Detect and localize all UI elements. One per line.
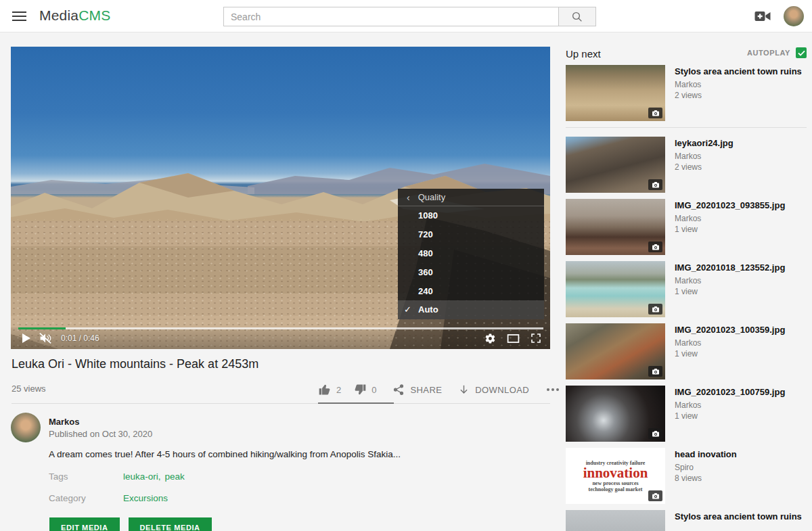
search-input[interactable] [223,7,558,26]
share-icon [392,384,405,396]
category-label: Category [49,493,86,503]
item-views: 1 view [675,287,785,296]
search-button[interactable] [558,7,596,26]
tags-label: Tags [49,471,68,482]
item-views: 8 views [675,474,737,483]
item-author: Spiro [675,463,737,472]
download-button[interactable]: DOWNLOAD [458,384,529,396]
up-next-item[interactable]: leykaori24.jpg Markos 2 views [566,137,807,193]
quality-option-360[interactable]: 360 [398,262,544,281]
mute-button[interactable] [35,329,55,347]
item-title: head inovation [675,448,737,460]
quality-option-480[interactable]: 480 [398,244,544,263]
author-name[interactable]: Markos [49,417,80,427]
search-bar [223,7,596,26]
video-description: A dream comes true! After 4-5 hours of c… [49,449,522,459]
search-icon [571,11,583,23]
category-link[interactable]: Excursions [123,493,168,503]
up-next-item[interactable]: IMG_20201023_100759.jpg Markos 1 view [566,386,807,442]
up-next-item[interactable]: IMG_20201018_123552.jpg Markos 1 view [566,261,807,317]
item-title: leykaori24.jpg [675,137,734,149]
video-player[interactable]: ‹ Quality 1080 720 480 360 240 ✓ Auto 0:… [11,47,550,349]
up-next-item[interactable]: IMG_20201023_100359.jpg Markos 1 view [566,323,807,379]
publish-date: Published on Oct 30, 2020 [49,429,152,439]
download-icon [458,384,470,396]
logo-media: Media [39,7,78,23]
autoplay-label: AUTOPLAY [747,49,790,57]
logo-cms: CMS [78,7,110,23]
camera-icon [652,492,660,499]
delete-media-button[interactable]: DELETE MEDIA [129,517,212,531]
camera-icon [652,244,660,250]
upload-media-icon[interactable] [754,9,771,23]
item-views: 1 view [675,349,785,359]
user-avatar[interactable] [784,6,804,26]
author-avatar[interactable] [11,413,41,442]
thumbnail: industry creativity failure innovation n… [566,448,665,504]
view-count: 25 views [12,384,46,394]
item-views: 1 view [675,225,785,234]
item-title: IMG_20201018_123552.jpg [675,262,785,273]
item-title: IMG_20201023_100759.jpg [675,386,785,398]
top-bar: MediaCMS [0,0,812,32]
item-author: Markos [675,276,785,285]
fullscreen-icon [531,333,541,344]
camera-icon [652,306,660,313]
item-title: IMG_20201023_093855.jpg [675,200,785,211]
quality-option-auto[interactable]: ✓ Auto [398,300,544,319]
more-options-icon[interactable] [547,388,559,391]
share-button[interactable]: SHARE [392,384,442,396]
fullscreen-button[interactable] [526,329,546,347]
wordcloud-main: innovation [583,466,648,480]
info-divider [12,403,550,404]
quality-option-720[interactable]: 720 [398,225,544,244]
wordcloud-line: new process sources [592,480,638,486]
item-views: 2 views [675,162,734,172]
camera-icon [652,430,660,437]
camera-icon [652,181,660,188]
dislike-button[interactable]: 0 [353,383,376,396]
app-logo[interactable]: MediaCMS [39,7,110,24]
thumbnail [566,323,665,379]
like-count: 2 [336,385,341,395]
theater-icon [507,333,520,344]
download-label: DOWNLOAD [475,385,529,395]
tag-link-peak[interactable]: peak [165,471,185,482]
quality-menu-back[interactable]: ‹ Quality [398,189,544,206]
up-next-item[interactable]: Stylos area ancient town ruins Markos 2 … [566,65,807,121]
autoplay-checkbox[interactable] [796,47,807,58]
tag-list: leuka-ori,peak [123,471,185,482]
thumbnail [566,137,665,193]
quality-option-1080[interactable]: 1080 [398,206,544,225]
menu-icon[interactable] [12,11,26,21]
item-views: 2 views [675,91,802,100]
edit-media-button[interactable]: EDIT MEDIA [49,517,120,531]
back-chevron-icon: ‹ [407,192,410,203]
muted-speaker-icon [39,332,52,344]
up-next-item[interactable]: industry creativity failure innovation n… [566,448,807,504]
time-display: 0:01 / 0:46 [61,333,99,343]
thumbnail [566,65,665,121]
thumbnail [566,261,665,317]
up-next-heading: Up next [566,48,601,60]
video-title: Leuka Ori - White mountains - Peak at 24… [12,357,539,371]
quality-option-240[interactable]: 240 [398,281,544,300]
up-next-item[interactable]: IMG_20201023_093855.jpg Markos 1 view [566,199,807,255]
item-author: Markos [675,214,785,223]
share-label: SHARE [410,385,442,395]
check-icon [798,50,805,56]
thumbnail [566,510,665,531]
quality-menu-title: Quality [418,192,445,202]
dislike-count: 0 [371,385,376,395]
up-next-item[interactable]: Stylos area ancient town ruins [566,510,807,531]
item-author: Markos [675,152,734,161]
camera-icon [652,110,660,116]
settings-button[interactable] [480,329,500,347]
theater-mode-button[interactable] [503,329,523,347]
play-button[interactable] [18,329,35,347]
sidebar-divider [566,127,807,128]
camera-icon [652,368,660,375]
like-button[interactable]: 2 [318,383,341,396]
player-controls: 0:01 / 0:46 [11,327,550,349]
tag-link-leuka-ori[interactable]: leuka-ori [123,471,158,482]
